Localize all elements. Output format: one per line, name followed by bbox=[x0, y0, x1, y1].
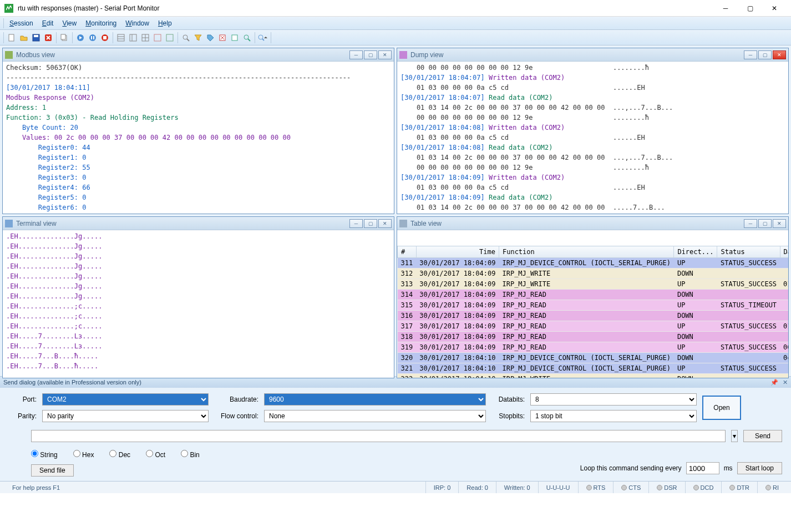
modbus-content[interactable]: Checksum: 50637(OK)---------------------… bbox=[3, 62, 394, 214]
table-row[interactable]: 31930/01/2017 18:04:09IRP_MJ_READUPSTATU… bbox=[398, 342, 789, 353]
table-row[interactable]: 31530/01/2017 18:04:09IRP_MJ_READUPSTATU… bbox=[398, 300, 789, 311]
view-modbus-icon[interactable] bbox=[164, 32, 175, 43]
send-file-button[interactable]: Send file bbox=[31, 464, 74, 477]
panel-table-header[interactable]: Table view ─ ▢ ✕ bbox=[397, 217, 788, 230]
clear-icon[interactable] bbox=[217, 32, 228, 43]
col-status[interactable]: Status bbox=[717, 246, 780, 258]
table-row[interactable]: 31730/01/2017 18:04:09IRP_MJ_READUPSTATU… bbox=[398, 321, 789, 332]
panel-modbus-title: Modbus view bbox=[16, 51, 349, 59]
col-func[interactable]: Function bbox=[499, 246, 673, 258]
table-row[interactable]: 32130/01/2017 18:04:10IRP_MJ_DEVICE_CONT… bbox=[398, 363, 789, 374]
data-table[interactable]: # Time Function Direct... Status Data 31… bbox=[397, 246, 788, 378]
panel-min-icon[interactable]: ─ bbox=[349, 50, 363, 59]
port-select[interactable]: COM2 bbox=[42, 393, 209, 406]
menu-view[interactable]: View bbox=[58, 18, 81, 28]
status-read: Read: 0 bbox=[458, 482, 496, 493]
stop-icon[interactable] bbox=[99, 32, 110, 43]
copy-icon[interactable] bbox=[59, 32, 70, 43]
new-icon[interactable] bbox=[6, 32, 17, 43]
panel-min-icon[interactable]: ─ bbox=[349, 219, 363, 228]
panel-min-icon[interactable]: ─ bbox=[744, 50, 757, 59]
col-time[interactable]: Time bbox=[416, 246, 499, 258]
parity-label: Parity: bbox=[9, 412, 37, 420]
minimize-button[interactable]: ─ bbox=[713, 1, 738, 16]
col-data[interactable]: Data bbox=[780, 246, 788, 258]
fmt-bin[interactable]: Bin bbox=[181, 450, 200, 459]
table-row[interactable]: 32030/01/2017 18:04:10IRP_MJ_DEVICE_CONT… bbox=[398, 353, 789, 363]
menu-help[interactable]: Help bbox=[154, 18, 176, 28]
panel-close-icon[interactable]: ✕ bbox=[773, 50, 786, 59]
delete-icon[interactable] bbox=[43, 32, 54, 43]
view-dump-icon[interactable] bbox=[140, 32, 151, 43]
fmt-hex[interactable]: Hex bbox=[73, 450, 94, 459]
send-button[interactable]: Send bbox=[743, 430, 782, 442]
menu-window[interactable]: Window bbox=[121, 18, 154, 28]
save-icon[interactable] bbox=[31, 32, 42, 43]
start-loop-button[interactable]: Start loop bbox=[737, 462, 782, 474]
fmt-oct[interactable]: Oct bbox=[146, 450, 165, 459]
svg-point-26 bbox=[244, 35, 249, 39]
export-icon[interactable] bbox=[229, 32, 240, 43]
close-dock-icon[interactable]: ✕ bbox=[783, 379, 788, 386]
panel-modbus: Modbus view ─ ▢ ✕ Checksum: 50637(OK)---… bbox=[2, 48, 394, 214]
panel-close-icon[interactable]: ✕ bbox=[378, 50, 392, 59]
databits-select[interactable]: 8 bbox=[530, 393, 697, 406]
panel-max-icon[interactable]: ▢ bbox=[364, 219, 377, 228]
command-input[interactable] bbox=[31, 430, 726, 442]
status-dtr: DTR bbox=[721, 482, 757, 493]
view-table-icon[interactable] bbox=[115, 32, 126, 43]
pause-icon[interactable] bbox=[87, 32, 98, 43]
panel-max-icon[interactable]: ▢ bbox=[758, 219, 772, 228]
table-content[interactable]: # Time Function Direct... Status Data 31… bbox=[397, 230, 788, 378]
open-icon[interactable] bbox=[18, 32, 29, 43]
terminal-content[interactable]: .EH..............Jg......EH.............… bbox=[3, 230, 394, 378]
toolbar bbox=[0, 30, 791, 45]
table-row[interactable]: 31430/01/2017 18:04:09IRP_MJ_READDOWN bbox=[398, 290, 789, 300]
close-button[interactable]: ✕ bbox=[762, 1, 787, 16]
parity-select[interactable]: No parity bbox=[42, 410, 209, 422]
tag-icon[interactable] bbox=[205, 32, 216, 43]
baud-select[interactable]: 9600 bbox=[264, 393, 486, 406]
panel-min-icon[interactable]: ─ bbox=[744, 219, 757, 228]
panel-max-icon[interactable]: ▢ bbox=[364, 50, 377, 59]
svg-rect-2 bbox=[34, 35, 38, 37]
zoom-icon[interactable] bbox=[241, 32, 252, 43]
pin-icon[interactable]: 📌 bbox=[770, 379, 778, 386]
panel-close-icon[interactable]: ✕ bbox=[773, 219, 786, 228]
cmd-dropdown-icon[interactable]: ▾ bbox=[731, 430, 738, 442]
maximize-button[interactable]: ▢ bbox=[738, 1, 762, 16]
fmt-dec[interactable]: Dec bbox=[109, 450, 130, 459]
play-icon[interactable] bbox=[75, 32, 86, 43]
flow-select[interactable]: None bbox=[264, 410, 486, 422]
table-row[interactable]: 31330/01/2017 18:04:09IRP_MJ_WRITEUPSTAT… bbox=[398, 279, 789, 290]
col-num[interactable]: # bbox=[398, 246, 417, 258]
svg-line-23 bbox=[187, 39, 189, 41]
loop-ms-input[interactable] bbox=[686, 462, 719, 474]
panel-close-icon[interactable]: ✕ bbox=[378, 219, 392, 228]
menu-monitoring[interactable]: Monitoring bbox=[81, 18, 121, 28]
flow-label: Flow control: bbox=[214, 412, 258, 420]
panel-dump-header[interactable]: Dump view ─ ▢ ✕ bbox=[397, 48, 788, 62]
filter-icon[interactable] bbox=[192, 32, 204, 43]
view-line-icon[interactable] bbox=[128, 32, 139, 43]
table-row[interactable]: 31830/01/2017 18:04:09IRP_MJ_READDOWN bbox=[398, 332, 789, 342]
panel-terminal-header[interactable]: Terminal view ─ ▢ ✕ bbox=[3, 217, 394, 230]
titlebar: rtu with responses (master) - Serial Por… bbox=[0, 0, 791, 17]
table-row[interactable]: 31130/01/2017 18:04:09IRP_MJ_DEVICE_CONT… bbox=[398, 258, 789, 268]
col-dir[interactable]: Direct... bbox=[674, 246, 717, 258]
view-terminal-icon[interactable] bbox=[152, 32, 163, 43]
panel-max-icon[interactable]: ▢ bbox=[758, 50, 772, 59]
open-button[interactable]: Open bbox=[702, 396, 741, 420]
table-row[interactable]: 31230/01/2017 18:04:09IRP_MJ_WRITEDOWN bbox=[398, 268, 789, 279]
table-row[interactable]: 31630/01/2017 18:04:09IRP_MJ_READDOWN bbox=[398, 311, 789, 321]
port-label: Port: bbox=[9, 396, 37, 403]
table-row[interactable]: 32230/01/2017 18:04:10IRP_MJ_WRITEDOWN bbox=[398, 374, 789, 378]
find-icon[interactable] bbox=[180, 32, 191, 43]
stop-select[interactable]: 1 stop bit bbox=[530, 410, 697, 422]
menu-edit[interactable]: Edit bbox=[38, 18, 58, 28]
fmt-string[interactable]: String bbox=[31, 450, 58, 459]
menu-session[interactable]: Session bbox=[5, 18, 38, 28]
dump-content[interactable]: 00 00 00 00 00 00 00 00 12 9e ........ħ[… bbox=[397, 62, 788, 214]
panel-modbus-header[interactable]: Modbus view ─ ▢ ✕ bbox=[3, 48, 394, 62]
zoom-dropdown-icon[interactable] bbox=[257, 32, 268, 43]
